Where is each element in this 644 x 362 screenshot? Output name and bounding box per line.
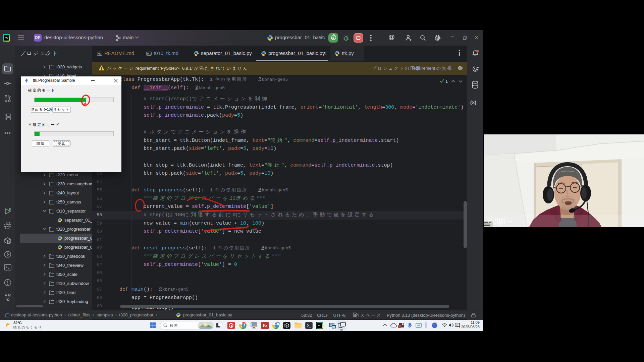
svg-text:1: 1 [445,79,448,84]
